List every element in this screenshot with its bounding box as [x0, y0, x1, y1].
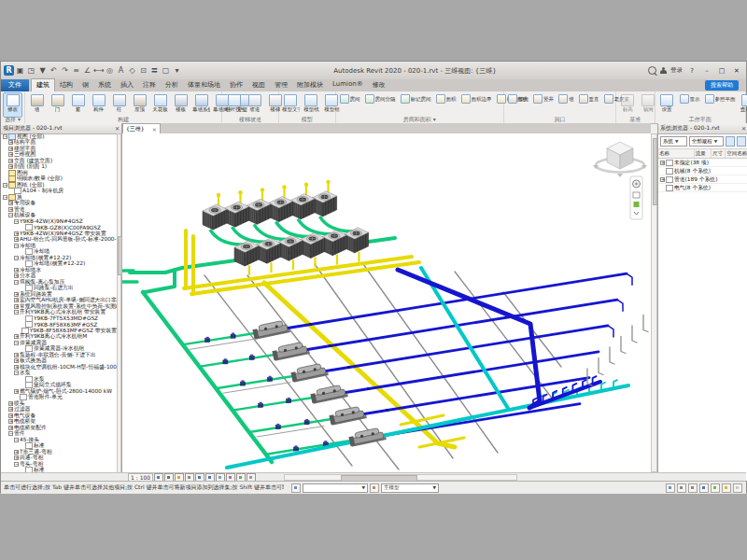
- close-view-icon[interactable]: ×: [152, 126, 157, 133]
- column-空间名称[interactable]: 空间名称: [726, 149, 747, 158]
- section-icon[interactable]: ⊡: [138, 65, 148, 76]
- navigation-bar[interactable]: [630, 176, 642, 219]
- expand-icon[interactable]: +: [8, 207, 13, 212]
- collapse-icon[interactable]: −: [3, 183, 7, 188]
- default-3d-view-icon[interactable]: ◇: [127, 65, 137, 76]
- tag-icon[interactable]: ◎: [105, 65, 115, 76]
- system-row[interactable]: 电气(8 个系统): [658, 184, 747, 192]
- close-button[interactable]: ✕: [731, 65, 742, 77]
- ribbon-button-查看器[interactable]: 查看器: [739, 92, 747, 118]
- redo-icon[interactable]: ↷: [60, 65, 70, 76]
- expand-icon[interactable]: +: [8, 201, 13, 205]
- drawing-area[interactable]: [122, 133, 651, 472]
- measure-icon[interactable]: ∠: [82, 65, 92, 76]
- expand-icon[interactable]: +: [14, 455, 19, 460]
- tab-系统[interactable]: 系统: [93, 79, 116, 91]
- minimize-button[interactable]: –: [701, 65, 712, 77]
- expand-icon[interactable]: +: [8, 407, 13, 412]
- account-icon[interactable]: [660, 67, 667, 74]
- ribbon-button-栏杆扶手[interactable]: 栏杆扶手: [224, 92, 244, 118]
- expand-icon[interactable]: +: [8, 419, 13, 424]
- column-流量[interactable]: 流量: [695, 149, 712, 158]
- expand-icon[interactable]: +: [14, 358, 19, 363]
- system-row[interactable]: 机械(8 个系统): [658, 167, 747, 175]
- design-option-dropdown[interactable]: 主模型▼: [381, 483, 439, 493]
- expand-icon[interactable]: +: [14, 268, 19, 273]
- tab-协作[interactable]: 协作: [225, 79, 247, 91]
- expand-icon[interactable]: +: [14, 231, 19, 236]
- thin-lines-icon[interactable]: 〓: [149, 65, 160, 76]
- expand-icon[interactable]: +: [8, 413, 13, 418]
- save-icon[interactable]: ▼: [37, 65, 48, 76]
- aligned-dimension-icon[interactable]: ⟷: [93, 65, 104, 76]
- ribbon-button-楼板[interactable]: 楼板: [171, 92, 190, 118]
- collapse-icon[interactable]: −: [14, 310, 19, 315]
- column-名称[interactable]: 名称: [658, 149, 695, 158]
- expand-icon[interactable]: +: [8, 164, 13, 169]
- text-icon[interactable]: A: [116, 65, 126, 76]
- ribbon-button-标记房间[interactable]: 标记房间: [399, 92, 433, 105]
- expand-icon[interactable]: +: [14, 237, 19, 242]
- tab-注释[interactable]: 注释: [138, 79, 161, 91]
- new-icon[interactable]: ▣: [15, 65, 25, 76]
- collapse-icon[interactable]: −: [8, 213, 13, 217]
- view-tab-3d[interactable]: {三维} ×: [122, 123, 161, 133]
- ribbon-button-修改[interactable]: 修改: [3, 92, 22, 118]
- expand-icon[interactable]: +: [8, 159, 13, 163]
- ribbon-button-模型线[interactable]: 模型线: [302, 92, 321, 118]
- ribbon-button-参照平面[interactable]: 参照平面: [703, 92, 738, 105]
- tab-管理[interactable]: 管理: [270, 79, 292, 91]
- search-icon[interactable]: [648, 66, 656, 75]
- expand-icon[interactable]: +: [14, 292, 19, 297]
- tab-附加模块[interactable]: 附加模块: [292, 79, 328, 91]
- expand-icon[interactable]: +: [8, 147, 13, 151]
- sign-in-label[interactable]: 登录: [670, 66, 683, 75]
- collapse-icon[interactable]: −: [14, 341, 19, 345]
- collapse-icon[interactable]: −: [14, 256, 19, 260]
- ribbon-button-墙[interactable]: 墙: [27, 92, 47, 118]
- underlay-select-icon[interactable]: [688, 483, 698, 493]
- expand-icon[interactable]: +: [14, 304, 19, 309]
- system-row[interactable]: +未指定(38 项): [658, 159, 747, 167]
- expand-icon[interactable]: +: [8, 152, 13, 157]
- collapse-icon[interactable]: −: [14, 244, 19, 248]
- collapse-icon[interactable]: −: [8, 431, 13, 436]
- expand-icon[interactable]: +: [14, 389, 19, 394]
- ribbon-button-显示[interactable]: 显示: [678, 92, 702, 105]
- discipline-dropdown[interactable]: 全部规程▼: [689, 136, 725, 147]
- ribbon-button-房间分隔[interactable]: 房间分隔: [363, 92, 398, 105]
- ribbon-button-轴网[interactable]: 轴网: [639, 92, 658, 118]
- tab-体量和场地[interactable]: 体量和场地: [183, 79, 225, 91]
- pinned-select-icon[interactable]: [699, 483, 709, 493]
- collapse-icon[interactable]: −: [14, 371, 19, 375]
- ribbon-button-房间[interactable]: 房间: [338, 92, 362, 105]
- tab-结构[interactable]: 结构: [55, 79, 78, 91]
- ribbon-button-窗[interactable]: 窗: [68, 92, 88, 118]
- expand-icon[interactable]: +: [14, 298, 19, 302]
- ribbon-button-屋顶[interactable]: 屋顶: [130, 92, 149, 118]
- expand-icon[interactable]: +: [8, 140, 13, 145]
- column-尺寸[interactable]: 尺寸: [712, 149, 726, 158]
- editing-requests-icon[interactable]: [370, 483, 379, 493]
- canvas-hscrollbar[interactable]: [284, 474, 517, 481]
- tree-item[interactable]: −开利Y9KB离心式冷水机组 带安装置: [1, 310, 117, 316]
- expand-icon[interactable]: +: [660, 161, 665, 165]
- help-chip[interactable]: 搜索帮助: [705, 80, 739, 91]
- collapse-icon[interactable]: −: [3, 134, 7, 139]
- tab-钢[interactable]: 钢: [78, 79, 93, 91]
- worksets-icon[interactable]: [291, 483, 301, 493]
- ribbon-button-面积[interactable]: 面积: [434, 92, 458, 105]
- ribbon-button-标高[interactable]: 标高: [618, 92, 638, 118]
- print-icon[interactable]: ≡: [71, 65, 81, 76]
- expand-icon[interactable]: +: [14, 365, 19, 370]
- system-row[interactable]: +管道(189 个系统): [658, 175, 747, 184]
- expand-icon[interactable]: +: [14, 273, 19, 278]
- view-cube[interactable]: [593, 142, 647, 177]
- collapse-icon[interactable]: −: [14, 280, 19, 285]
- close-icon[interactable]: ✕: [741, 125, 746, 132]
- tab-修改[interactable]: 修改: [368, 79, 390, 91]
- expand-icon[interactable]: +: [14, 334, 19, 339]
- close-icon[interactable]: ✕: [115, 125, 120, 132]
- expand-icon[interactable]: +: [660, 177, 665, 182]
- expand-icon[interactable]: +: [8, 401, 13, 406]
